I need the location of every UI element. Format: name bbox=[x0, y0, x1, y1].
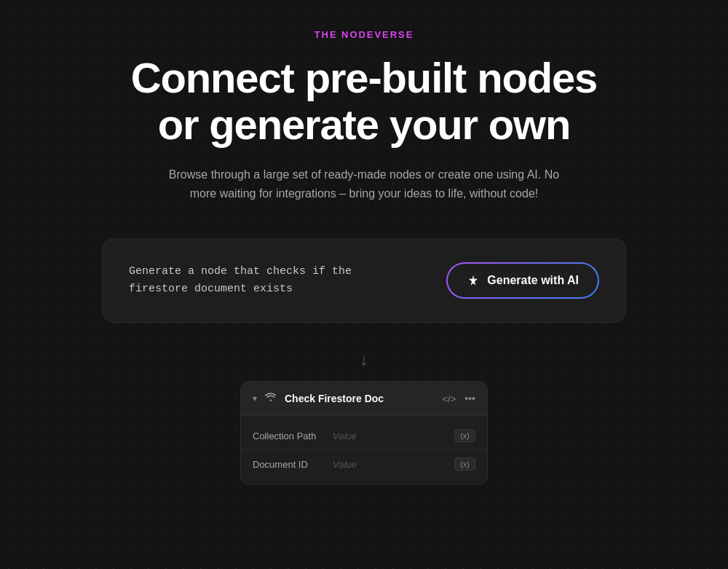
field-label-document-id: Document ID bbox=[253, 459, 333, 470]
field-input-document-id[interactable]: Value bbox=[333, 459, 448, 470]
node-code-icon[interactable]: </> bbox=[442, 393, 456, 404]
field-badge-document-id[interactable]: (x) bbox=[454, 458, 475, 471]
field-label-collection-path: Collection Path bbox=[253, 431, 333, 442]
generate-with-ai-button[interactable]: Generate with AI bbox=[446, 262, 599, 299]
node-header-right: </> ••• bbox=[442, 393, 475, 404]
node-more-icon[interactable]: ••• bbox=[464, 393, 475, 404]
node-title: Check Firestore Doc bbox=[285, 393, 384, 404]
spark-icon bbox=[467, 274, 480, 287]
generate-button-label: Generate with AI bbox=[487, 274, 579, 287]
arrow-down: ↓ bbox=[360, 349, 368, 369]
table-row: Collection Path Value (x) bbox=[241, 422, 487, 450]
node-card: ▾ Check Firestore Doc </> ••• bbox=[240, 381, 488, 484]
generate-box: Generate a node that checks if the fires… bbox=[102, 238, 626, 323]
prompt-text: Generate a node that checks if the fires… bbox=[129, 263, 352, 298]
brand-label: THE NODEVERSE bbox=[314, 29, 414, 40]
page-wrapper: THE NODEVERSE Connect pre-built nodes or… bbox=[0, 0, 728, 484]
field-badge-collection-path[interactable]: (x) bbox=[454, 429, 475, 442]
node-header-left: ▾ Check Firestore Doc bbox=[253, 391, 384, 407]
sub-description: Browse through a large set of ready-made… bbox=[160, 165, 568, 204]
field-value-document-id: Value (x) bbox=[333, 458, 475, 471]
field-input-collection-path[interactable]: Value bbox=[333, 431, 448, 442]
main-heading: Connect pre-built nodes or generate your… bbox=[131, 55, 597, 148]
table-row: Document ID Value (x) bbox=[241, 450, 487, 478]
node-fields: Collection Path Value (x) Document ID Va… bbox=[241, 416, 487, 484]
field-value-collection-path: Value (x) bbox=[333, 429, 475, 442]
node-chevron-icon[interactable]: ▾ bbox=[253, 393, 257, 404]
node-header: ▾ Check Firestore Doc </> ••• bbox=[241, 382, 487, 416]
node-wifi-icon bbox=[264, 391, 277, 407]
